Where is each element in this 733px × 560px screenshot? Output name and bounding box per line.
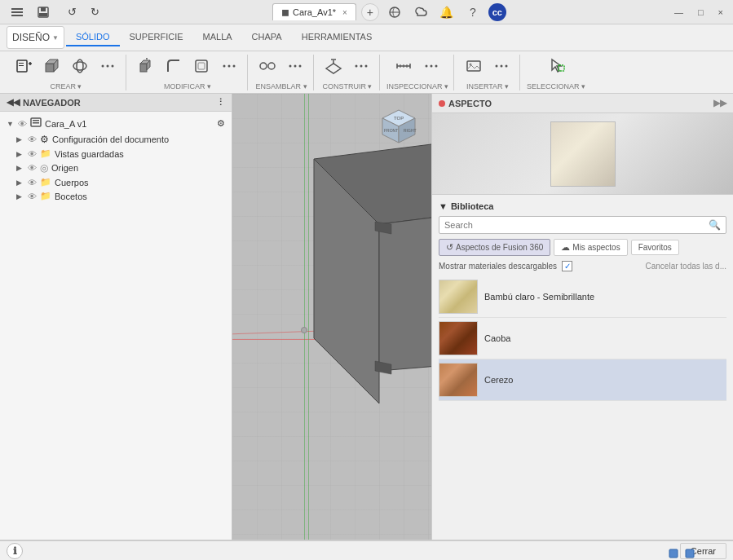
inspeccionar-measure-btn[interactable] xyxy=(391,55,417,77)
design-dropdown[interactable]: DISEÑO ▼ xyxy=(7,26,64,49)
modificar-group: MODIFICAR ▾ xyxy=(128,55,248,90)
aspect-expand-icon[interactable]: ▶▶ xyxy=(713,98,726,108)
svg-rect-50 xyxy=(467,61,480,71)
nav-origen-visibility[interactable]: 👁 xyxy=(28,163,37,173)
nav-item-cuerpos[interactable]: ▶ 👁 📁 Cuerpos xyxy=(0,175,232,189)
redo-button[interactable]: ↻ xyxy=(85,2,104,22)
show-downloads-checkbox[interactable]: ✓ xyxy=(562,261,572,271)
document-tab[interactable]: ◼ Cara_Av1* × xyxy=(272,3,356,20)
inspeccionar-more-btn[interactable] xyxy=(418,55,444,77)
svg-rect-5 xyxy=(39,13,47,16)
nav-origen-arrow: ▶ xyxy=(16,164,24,172)
insertar-image-btn[interactable] xyxy=(461,55,487,77)
nav-bocetos-icon: 📁 xyxy=(40,191,51,201)
construir-more-btn[interactable] xyxy=(348,55,374,77)
lib-tab-favoritos[interactable]: Favoritos xyxy=(631,240,679,255)
tab-malla[interactable]: MALLA xyxy=(193,29,242,46)
modificar-fillet-btn[interactable] xyxy=(161,55,187,77)
svg-text:RIGHT: RIGHT xyxy=(404,128,417,133)
undo-button[interactable]: ↺ xyxy=(62,2,82,22)
nav-header-left: ◀◀ NAVEGADOR xyxy=(7,97,81,108)
nav-config-visibility[interactable]: 👁 xyxy=(28,134,37,144)
construir-plane-btn[interactable] xyxy=(320,55,347,77)
bell-icon[interactable]: 🔔 xyxy=(436,2,457,23)
material-thumb-cerezo xyxy=(439,363,478,397)
viewport[interactable]: TOP FRONT RIGHT xyxy=(232,94,431,540)
nav-bocetos-arrow: ▶ xyxy=(16,192,24,201)
lib-tab-fusion-label: Aspectos de Fusion 360 xyxy=(456,243,543,252)
nav-item-vistas[interactable]: ▶ 👁 📁 Vistas guardadas xyxy=(0,147,232,161)
svg-rect-98 xyxy=(686,549,694,558)
online-icon[interactable] xyxy=(384,2,405,23)
svg-point-32 xyxy=(289,64,292,67)
nav-item-config[interactable]: ▶ 👁 ⚙ Configuración del documento xyxy=(0,132,232,147)
info-button[interactable]: ℹ xyxy=(7,543,23,559)
material-thumb-bamboo xyxy=(439,280,478,314)
nav-root-visibility[interactable]: 👁 xyxy=(18,119,27,129)
user-avatar[interactable]: cc xyxy=(488,3,506,21)
modificar-shell-btn[interactable] xyxy=(188,55,214,77)
orientation-cube[interactable]: TOP FRONT RIGHT xyxy=(374,102,423,151)
search-box: 🔍 xyxy=(439,216,726,234)
construir-label: CONSTRUIR ▾ xyxy=(323,82,373,90)
nav-root-item[interactable]: ▼ 👁 Cara_A v1 ⚙ xyxy=(0,115,232,132)
mode-tabs: SÓLIDO SUPERFICIE MALLA CHAPA HERRAMIENT… xyxy=(66,29,382,46)
svg-point-18 xyxy=(107,64,109,67)
save-icon[interactable] xyxy=(33,2,54,23)
ensamblar-more-btn[interactable] xyxy=(282,55,308,77)
search-icon: 🔍 xyxy=(709,219,721,231)
nav-bocetos-visibility[interactable]: 👁 xyxy=(28,192,37,201)
material-name-caoba: Caoba xyxy=(484,333,510,343)
nav-collapse-icon[interactable]: ◀◀ xyxy=(7,97,20,108)
maximize-button[interactable]: □ xyxy=(695,7,707,17)
nav-cuerpos-arrow: ▶ xyxy=(16,179,24,187)
close-tab-icon[interactable]: × xyxy=(342,8,347,17)
seleccionar-group: SELECCIONAR ▾ xyxy=(522,55,590,90)
crear-new-btn[interactable] xyxy=(11,55,38,77)
tab-superficie[interactable]: SUPERFICIE xyxy=(120,29,193,46)
crear-revolve-btn[interactable] xyxy=(67,55,93,77)
nav-item-origen[interactable]: ▶ 👁 ◎ Origen xyxy=(0,161,232,175)
inspeccionar-label: INSPECCIONAR ▾ xyxy=(386,82,448,90)
lib-tab-mis[interactable]: ☁ Mis aspectos xyxy=(554,239,627,256)
nav-root-settings-icon[interactable]: ⚙ xyxy=(217,118,225,129)
nav-item-bocetos[interactable]: ▶ 👁 📁 Bocetos xyxy=(0,189,232,203)
ensamblar-joint-btn[interactable] xyxy=(254,55,280,77)
show-downloads-label: Mostrar materiales descargables xyxy=(439,262,557,271)
material-item-caoba[interactable]: Caoba xyxy=(439,318,726,359)
material-item-cerezo[interactable]: Cerezo xyxy=(439,359,726,401)
svg-point-27 xyxy=(228,64,231,67)
seleccionar-cursor-btn[interactable] xyxy=(543,55,569,77)
new-tab-button[interactable]: + xyxy=(361,3,379,21)
tab-herramientas[interactable]: HERRAMIENTAS xyxy=(292,29,382,46)
construir-items xyxy=(320,55,374,77)
close-button[interactable]: × xyxy=(715,7,726,17)
minimize-button[interactable]: — xyxy=(671,7,687,17)
aspect-title: ASPECTO xyxy=(448,99,492,108)
cloud-icon[interactable] xyxy=(410,2,431,23)
svg-point-47 xyxy=(426,64,428,67)
lib-tab-fusion[interactable]: ↺ Aspectos de Fusion 360 xyxy=(439,239,550,256)
modificar-press-btn[interactable] xyxy=(133,55,159,77)
search-input[interactable] xyxy=(444,220,709,230)
timeline-area[interactable] xyxy=(661,543,726,561)
nav-vistas-visibility[interactable]: 👁 xyxy=(28,149,37,159)
biblioteca-label: ▼ Biblioteca xyxy=(439,201,726,211)
construir-group: CONSTRUIR ▾ xyxy=(316,55,380,90)
cancel-all-label[interactable]: Cancelar todas las d... xyxy=(646,262,727,271)
material-item-bamboo[interactable]: Bambú claro - Semibrillante xyxy=(439,276,726,318)
crear-extrude-btn[interactable] xyxy=(39,55,65,77)
crear-more-btn[interactable] xyxy=(95,55,121,77)
modificar-more-btn[interactable] xyxy=(216,55,242,77)
svg-point-26 xyxy=(223,64,226,67)
nav-options-icon[interactable]: ⋮ xyxy=(216,97,225,108)
tab-chapa[interactable]: CHAPA xyxy=(242,29,292,46)
nav-cuerpos-visibility[interactable]: 👁 xyxy=(28,178,37,187)
insertar-more-btn[interactable] xyxy=(488,55,514,77)
refresh-icon: ↺ xyxy=(446,242,453,253)
app-menu-icon[interactable] xyxy=(7,2,28,23)
help-icon[interactable]: ? xyxy=(462,2,484,23)
tab-solido[interactable]: SÓLIDO xyxy=(66,29,120,46)
nav-origen-icon: ◎ xyxy=(40,162,48,174)
crear-items xyxy=(11,55,121,77)
